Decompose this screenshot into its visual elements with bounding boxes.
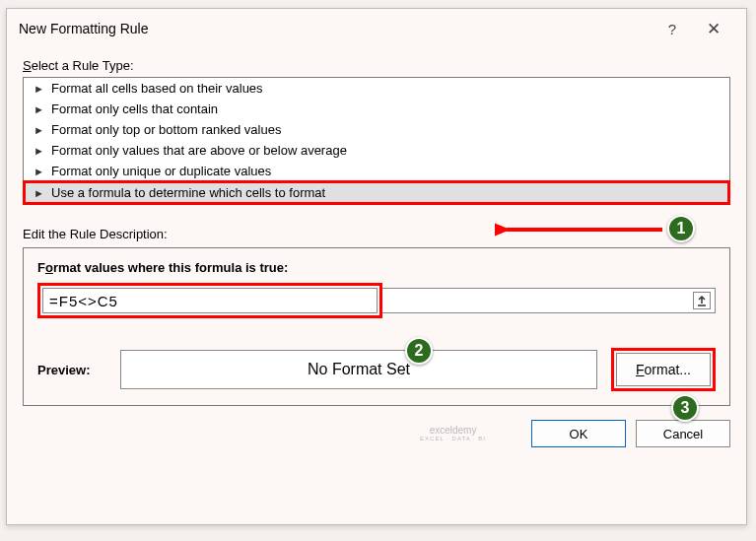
- annotation-highlight-formula: [37, 283, 382, 318]
- rule-type-label: Format only values that are above or bel…: [51, 143, 347, 158]
- select-rule-type-label: Select a Rule Type:: [23, 58, 730, 73]
- bullet-icon: ►: [34, 83, 45, 95]
- bullet-icon: ►: [34, 187, 45, 199]
- rule-type-list[interactable]: ►Format all cells based on their values …: [23, 77, 730, 205]
- bullet-icon: ►: [34, 103, 45, 115]
- collapse-dialog-icon[interactable]: [693, 292, 711, 309]
- titlebar: New Formatting Rule ? ✕: [7, 9, 746, 48]
- rule-type-item[interactable]: ►Format only values that are above or be…: [24, 140, 729, 161]
- preview-box: No Format Set: [120, 350, 597, 389]
- rule-type-label: Format only cells that contain: [51, 101, 218, 116]
- rule-type-item[interactable]: ►Format only unique or duplicate values: [24, 161, 729, 181]
- close-button[interactable]: ✕: [693, 13, 734, 44]
- annotation-badge-3: 3: [671, 394, 699, 422]
- formula-field-remainder[interactable]: [382, 288, 716, 313]
- format-button[interactable]: Format...: [616, 353, 711, 386]
- bullet-icon: ►: [34, 124, 45, 136]
- rule-type-label: Format all cells based on their values: [51, 81, 263, 96]
- annotation-badge-2: 2: [405, 337, 433, 365]
- formula-heading: Format values where this formula is true…: [37, 260, 716, 275]
- rule-type-label: Use a formula to determine which cells t…: [51, 185, 325, 200]
- rule-type-item-selected[interactable]: ►Use a formula to determine which cells …: [23, 180, 730, 205]
- ok-button[interactable]: OK: [531, 420, 626, 447]
- help-button[interactable]: ?: [652, 13, 693, 44]
- dialog-title: New Formatting Rule: [19, 21, 149, 36]
- rule-type-label: Format only top or bottom ranked values: [51, 122, 281, 137]
- rule-type-label: Format only unique or duplicate values: [51, 164, 271, 178]
- bullet-icon: ►: [34, 145, 45, 157]
- preview-label: Preview:: [37, 363, 106, 377]
- formula-input[interactable]: [42, 288, 378, 313]
- rule-type-item[interactable]: ►Format only top or bottom ranked values: [24, 119, 729, 140]
- annotation-highlight-format: Format...: [611, 348, 716, 391]
- rule-description-box: Format values where this formula is true…: [23, 247, 730, 406]
- bullet-icon: ►: [34, 166, 45, 177]
- rule-type-item[interactable]: ►Format all cells based on their values: [24, 78, 729, 99]
- annotation-arrow-icon: [495, 220, 672, 239]
- rule-type-item[interactable]: ►Format only cells that contain: [24, 99, 729, 119]
- cancel-button[interactable]: Cancel: [636, 420, 730, 447]
- watermark: exceldemy EXCEL · DATA · BI: [420, 425, 486, 442]
- annotation-badge-1: 1: [667, 215, 695, 242]
- new-formatting-rule-dialog: New Formatting Rule ? ✕ Select a Rule Ty…: [6, 8, 747, 525]
